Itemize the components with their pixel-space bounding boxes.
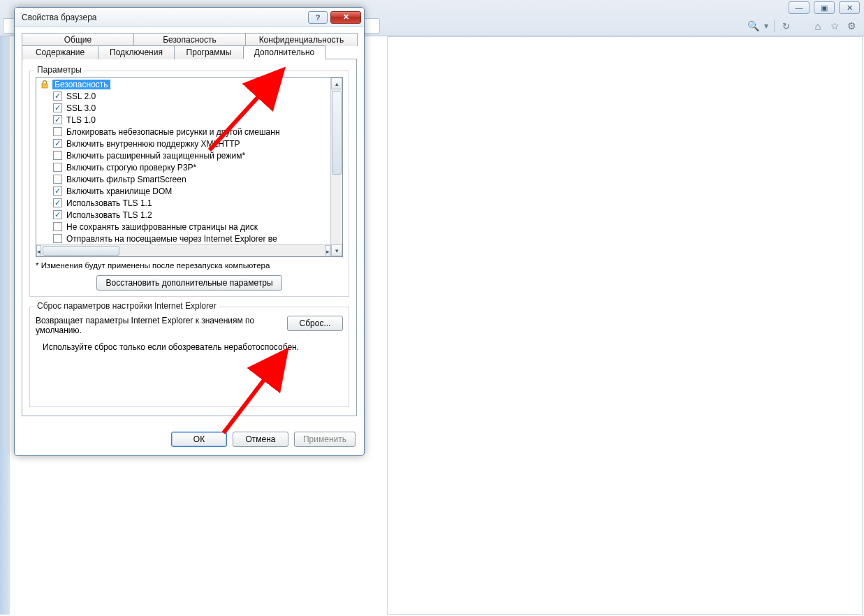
tree-item-label: TLS 1.0 [66, 115, 96, 125]
dialog-title: Свойства браузера [22, 13, 97, 22]
checkbox[interactable] [53, 210, 62, 219]
tree-item[interactable]: Включить строгую проверку P3P* [38, 161, 330, 173]
scroll-up-button[interactable]: ▴ [331, 78, 342, 89]
page-content-area [387, 36, 863, 615]
gear-icon[interactable]: ⚙ [846, 20, 857, 31]
checkbox[interactable] [53, 139, 62, 148]
tree-item-label: Включить хранилище DOM [66, 186, 172, 196]
help-button[interactable]: ? [308, 11, 328, 24]
tab-connections[interactable]: Подключения [98, 45, 175, 59]
dialog-footer: ОК Отмена Применить [15, 425, 364, 455]
tree-item[interactable]: Не сохранять зашифрованные страницы на д… [38, 221, 330, 233]
checkbox[interactable] [53, 234, 62, 243]
tab-programs[interactable]: Программы [174, 45, 244, 59]
reset-description: Возвращает параметры Internet Explorer к… [36, 316, 280, 335]
search-icon[interactable]: 🔍 [747, 20, 759, 31]
horizontal-scrollbar[interactable]: ◂ ▸ [36, 244, 330, 256]
tree-item-label: Использовать TLS 1.2 [66, 210, 152, 220]
tree-item[interactable]: SSL 2.0 [38, 90, 330, 102]
favorites-icon[interactable]: ☆ [829, 20, 840, 31]
left-window-strip [0, 36, 10, 615]
search-dropdown-icon[interactable]: ▾ [764, 21, 768, 31]
toolbar-separator [774, 20, 775, 32]
close-button[interactable]: ✕ [330, 11, 361, 24]
apply-button[interactable]: Применить [294, 432, 356, 447]
parameters-group: Параметры Безопасность SSL 2.0SSL 3.0TLS… [29, 71, 349, 297]
dialog-titlebar: Свойства браузера ? ✕ [15, 8, 364, 27]
checkbox[interactable] [53, 163, 62, 172]
minimize-button[interactable]: — [789, 1, 810, 14]
toolbar-right: 🔍 ▾ ↻ ⌂ ☆ ⚙ [747, 20, 857, 32]
tree-item[interactable]: Использовать TLS 1.2 [38, 209, 330, 221]
tab-privacy[interactable]: Конфиденциальность [245, 33, 358, 46]
tree-item-label: Блокировать небезопасные рисунки и друго… [66, 127, 280, 137]
reset-group: Сброс параметров настройки Internet Expl… [29, 307, 349, 407]
settings-tree[interactable]: Безопасность SSL 2.0SSL 3.0TLS 1.0Блокир… [36, 77, 343, 257]
home-icon[interactable]: ⌂ [812, 20, 823, 31]
scroll-left-button[interactable]: ◂ [36, 245, 41, 256]
tree-category-label: Безопасность [52, 80, 110, 89]
tree-item-label: Включить внутреннюю поддержку XMLHTTP [66, 139, 240, 149]
window-close-button[interactable]: ✕ [839, 1, 860, 14]
ok-button[interactable]: ОК [171, 432, 227, 447]
tree-item[interactable]: TLS 1.0 [38, 114, 330, 126]
cancel-button[interactable]: Отмена [233, 432, 288, 447]
hscroll-track[interactable] [41, 245, 325, 256]
checkbox[interactable] [53, 103, 62, 112]
tree-item[interactable]: Включить фильтр SmartScreen [38, 173, 330, 185]
tree-item-label: Включить строгую проверку P3P* [66, 163, 196, 173]
tree-item-label: Включить фильтр SmartScreen [66, 175, 186, 184]
tab-panel-advanced: Параметры Безопасность SSL 2.0SSL 3.0TLS… [22, 59, 357, 416]
checkbox[interactable] [53, 115, 62, 124]
window-controls: — ▣ ✕ [784, 1, 860, 14]
tree-item-label: Использовать TLS 1.1 [66, 198, 152, 208]
vertical-scrollbar[interactable]: ▴ ▾ [330, 78, 342, 256]
internet-options-dialog: Свойства браузера ? ✕ Общие Безопасность… [14, 7, 365, 456]
tab-advanced[interactable]: Дополнительно [243, 45, 325, 59]
tree-item-label: SSL 3.0 [66, 103, 96, 113]
vscroll-track[interactable] [331, 89, 342, 244]
tree-item[interactable]: Включить внутреннюю поддержку XMLHTTP [38, 138, 330, 149]
tree-item-label: Отправлять на посещаемые через Internet … [66, 234, 277, 244]
reset-button[interactable]: Сброс... [287, 316, 343, 331]
svg-rect-0 [42, 84, 47, 88]
maximize-button[interactable]: ▣ [814, 1, 835, 14]
checkbox[interactable] [53, 198, 62, 207]
tree-item[interactable]: SSL 3.0 [38, 102, 330, 114]
tree-item[interactable]: Использовать TLS 1.1 [38, 197, 330, 209]
restart-note: * Изменения будут применены после переза… [36, 261, 343, 270]
reset-warning: Используйте сброс только если обозревате… [36, 342, 343, 352]
reset-group-label: Сброс параметров настройки Internet Expl… [34, 301, 219, 311]
refresh-icon[interactable]: ↻ [780, 20, 791, 31]
tree-item-label: Включить расширенный защищенный режим* [66, 151, 245, 161]
vscroll-thumb[interactable] [332, 91, 342, 175]
settings-tree-content: Безопасность SSL 2.0SSL 3.0TLS 1.0Блокир… [36, 78, 330, 244]
checkbox[interactable] [53, 175, 62, 184]
scroll-down-button[interactable]: ▾ [331, 244, 342, 256]
checkbox[interactable] [53, 91, 62, 101]
tab-security[interactable]: Безопасность [133, 33, 246, 46]
tree-category-security[interactable]: Безопасность [38, 79, 330, 90]
checkbox[interactable] [53, 222, 62, 231]
tabs-row-1: Общие Безопасность Конфиденциальность [22, 33, 357, 46]
tab-content[interactable]: Содержание [22, 45, 98, 59]
tabs-row-2: Содержание Подключения Программы Дополни… [22, 45, 357, 59]
lock-icon [40, 80, 50, 89]
restore-advanced-button[interactable]: Восстановить дополнительные параметры [96, 275, 281, 291]
parameters-group-label: Параметры [34, 65, 85, 75]
tree-item-label: SSL 2.0 [66, 91, 96, 101]
tree-item[interactable]: Отправлять на посещаемые через Internet … [38, 233, 330, 244]
tree-item-label: Не сохранять зашифрованные страницы на д… [66, 222, 258, 232]
checkbox[interactable] [53, 127, 62, 136]
tree-item[interactable]: Включить хранилище DOM [38, 185, 330, 197]
tab-general[interactable]: Общие [22, 33, 134, 46]
hscroll-thumb[interactable] [43, 246, 119, 256]
tree-item[interactable]: Включить расширенный защищенный режим* [38, 149, 330, 161]
checkbox[interactable] [53, 186, 62, 196]
scroll-right-button[interactable]: ▸ [325, 245, 330, 256]
checkbox[interactable] [53, 151, 62, 160]
tree-item[interactable]: Блокировать небезопасные рисунки и друго… [38, 126, 330, 138]
